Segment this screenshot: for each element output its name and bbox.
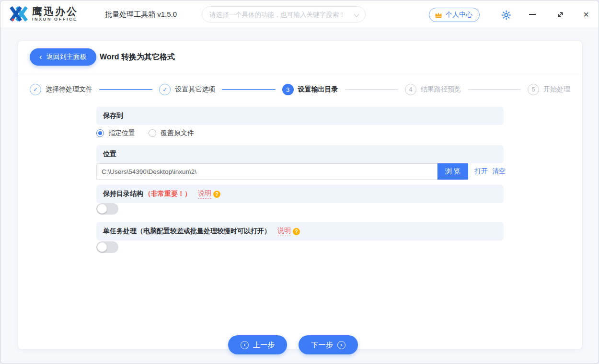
minimize-button[interactable] [525, 7, 540, 22]
browse-button[interactable]: 浏 览 [438, 163, 468, 180]
topbar: 鹰迅办公 INXUN OFFICE 批量处理工具箱 v1.5.0 个人中心 [0, 0, 599, 28]
step-label: 选择待处理文件 [46, 85, 92, 94]
clear-path-link[interactable]: 清空 [492, 167, 506, 176]
resize-diagonal-icon [557, 11, 564, 18]
step-label: 结果路径预览 [421, 85, 461, 94]
page-title: Word 转换为其它格式 [100, 48, 175, 66]
card-header: ‹ 返回到主面板 Word 转换为其它格式 [18, 41, 582, 73]
check-icon: ✓ [33, 86, 38, 93]
step-connector [99, 89, 152, 90]
keep-structure-help-link[interactable]: 说明 [198, 189, 211, 199]
function-search-input[interactable] [202, 7, 365, 22]
save-to-radio-group: 指定位置 覆盖原文件 [96, 126, 194, 140]
single-task-toggle[interactable] [96, 241, 118, 253]
user-center-button[interactable]: 个人中心 [429, 8, 480, 22]
step-item-other-options: ✓ 设置其它选项 [159, 84, 215, 95]
logo-x-icon [8, 5, 29, 23]
step-circle: 4 [405, 84, 416, 95]
next-arrow-icon: › [337, 341, 346, 349]
step-item-output-dir: 3 设置输出目录 [282, 84, 338, 95]
step-item-start-process: 5 开始处理 [528, 84, 570, 95]
toggle-knob [97, 242, 107, 252]
radio-specified-location[interactable]: 指定位置 [96, 129, 135, 137]
output-path-row: 浏 览 打开 清空 [96, 163, 506, 180]
app-title: 批量处理工具箱 v1.5.0 [105, 0, 177, 28]
location-title: 位置 [103, 150, 116, 159]
step-item-result-preview: 4 结果路径预览 [405, 84, 461, 95]
step-label: 开始处理 [543, 85, 570, 94]
step-label: 设置其它选项 [175, 85, 215, 94]
step-circle: 5 [528, 84, 539, 95]
back-arrow-icon: ‹ [39, 53, 42, 61]
keep-structure-title: 保持目录结构 [103, 190, 143, 198]
step-connector [345, 89, 398, 90]
radio-dot-unselected[interactable] [149, 129, 156, 137]
output-path-input[interactable] [96, 163, 438, 180]
logo-text: 鹰迅办公 INXUN OFFICE [32, 6, 78, 22]
radio-dot-selected[interactable] [96, 129, 104, 137]
prev-step-button[interactable]: ‹ 上一步 [228, 335, 287, 354]
important-note: （非常重要！） [144, 190, 191, 198]
section-single-task: 单任务处理（电脑配置较差或批量处理较慢时可以打开） 说明 ? [96, 222, 504, 240]
keep-structure-toggle[interactable] [96, 203, 118, 215]
step-indicator: ✓ 选择待处理文件 ✓ 设置其它选项 3 设置输出目录 4 结果路径预览 5 开… [30, 82, 570, 97]
section-location: 位置 [96, 145, 504, 163]
save-to-title: 保存到 [103, 112, 123, 120]
close-button[interactable]: × [578, 7, 594, 22]
next-button-label: 下一步 [311, 341, 333, 350]
single-task-title: 单任务处理（电脑配置较差或批量处理较慢时可以打开） [103, 227, 271, 236]
back-to-dashboard-button[interactable]: ‹ 返回到主面板 [30, 48, 96, 66]
step-connector [222, 89, 275, 90]
section-keep-structure: 保持目录结构 （非常重要！） 说明 ? [96, 185, 504, 203]
settings-button[interactable] [500, 9, 512, 21]
prev-button-label: 上一步 [253, 341, 275, 350]
user-center-label: 个人中心 [446, 11, 472, 19]
radio-overwrite-original[interactable]: 覆盖原文件 [149, 129, 194, 137]
gear-icon [501, 10, 511, 20]
question-badge-icon[interactable]: ? [213, 191, 220, 198]
toggle-knob [97, 204, 107, 214]
logo-name-en: INXUN OFFICE [32, 17, 78, 22]
back-button-label: 返回到主面板 [46, 53, 87, 61]
logo-name-cn: 鹰迅办公 [32, 6, 78, 17]
step-circle: 3 [282, 84, 294, 95]
next-step-button[interactable]: 下一步 › [299, 335, 358, 354]
step-label: 设置输出目录 [298, 85, 338, 94]
crown-icon [434, 11, 443, 19]
radio-label: 覆盖原文件 [161, 129, 194, 137]
step-circle: ✓ [159, 84, 171, 95]
app-window: 鹰迅办公 INXUN OFFICE 批量处理工具箱 v1.5.0 个人中心 [0, 0, 599, 364]
prev-arrow-icon: ‹ [241, 341, 249, 349]
step-item-select-files: ✓ 选择待处理文件 [30, 84, 92, 95]
section-save-to: 保存到 [96, 107, 504, 125]
app-logo: 鹰迅办公 INXUN OFFICE [8, 5, 78, 23]
radio-label: 指定位置 [108, 129, 135, 137]
minimize-icon [529, 14, 536, 15]
function-select[interactable] [202, 6, 366, 23]
close-icon: × [583, 9, 589, 20]
open-folder-link[interactable]: 打开 [474, 167, 488, 176]
single-task-help-link[interactable]: 说明 [277, 227, 291, 236]
step-circle: ✓ [30, 84, 41, 95]
restore-button[interactable] [553, 7, 568, 22]
question-badge-icon[interactable]: ? [293, 228, 300, 235]
step-connector [468, 89, 521, 90]
check-icon: ✓ [162, 86, 167, 93]
